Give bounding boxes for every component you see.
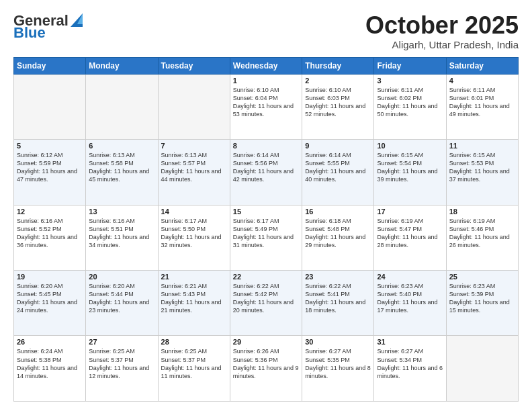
calendar-day-cell: 18Sunrise: 6:19 AMSunset: 5:46 PMDayligh… — [446, 205, 518, 270]
calendar-day-cell: 17Sunrise: 6:19 AMSunset: 5:47 PMDayligh… — [374, 205, 446, 270]
day-info: Sunrise: 6:23 AMSunset: 5:40 PMDaylight:… — [377, 282, 443, 315]
day-info: Sunrise: 6:16 AMSunset: 5:51 PMDaylight:… — [89, 217, 154, 250]
day-number: 17 — [377, 208, 443, 216]
calendar-day-cell: 29Sunrise: 6:26 AMSunset: 5:36 PMDayligh… — [230, 336, 302, 402]
day-number: 10 — [377, 142, 443, 150]
calendar-day-cell: 12Sunrise: 6:16 AMSunset: 5:52 PMDayligh… — [14, 205, 86, 270]
calendar-week-row: 1Sunrise: 6:10 AMSunset: 6:04 PMDaylight… — [14, 74, 519, 139]
day-info: Sunrise: 6:16 AMSunset: 5:52 PMDaylight:… — [17, 217, 83, 250]
calendar-day-cell: 3Sunrise: 6:11 AMSunset: 6:02 PMDaylight… — [374, 74, 446, 139]
month-title: October 2025 — [365, 12, 519, 39]
day-info: Sunrise: 6:14 AMSunset: 5:56 PMDaylight:… — [233, 151, 299, 184]
day-info: Sunrise: 6:27 AMSunset: 5:35 PMDaylight:… — [305, 347, 371, 380]
day-number: 27 — [89, 338, 154, 346]
day-info: Sunrise: 6:13 AMSunset: 5:57 PMDaylight:… — [161, 151, 227, 184]
calendar-day-cell: 16Sunrise: 6:18 AMSunset: 5:48 PMDayligh… — [302, 205, 374, 270]
day-number: 26 — [17, 338, 83, 346]
day-info: Sunrise: 6:12 AMSunset: 5:59 PMDaylight:… — [17, 151, 83, 184]
calendar-day-cell: 24Sunrise: 6:23 AMSunset: 5:40 PMDayligh… — [374, 271, 446, 336]
calendar-header-monday: Monday — [86, 57, 158, 74]
day-number: 23 — [305, 273, 371, 281]
day-number: 21 — [161, 273, 227, 281]
calendar-day-cell — [14, 74, 86, 139]
day-number: 5 — [17, 142, 83, 150]
calendar-day-cell: 11Sunrise: 6:15 AMSunset: 5:53 PMDayligh… — [446, 140, 518, 205]
day-info: Sunrise: 6:24 AMSunset: 5:38 PMDaylight:… — [17, 347, 83, 380]
day-number: 12 — [17, 208, 83, 216]
day-info: Sunrise: 6:26 AMSunset: 5:36 PMDaylight:… — [233, 347, 299, 380]
logo-blue-text: Blue — [13, 24, 46, 42]
day-number: 2 — [305, 77, 371, 85]
header-right: October 2025 Aligarh, Uttar Pradesh, Ind… — [365, 12, 519, 50]
day-info: Sunrise: 6:10 AMSunset: 6:04 PMDaylight:… — [233, 86, 299, 119]
calendar-day-cell: 19Sunrise: 6:20 AMSunset: 5:45 PMDayligh… — [14, 271, 86, 336]
day-info: Sunrise: 6:15 AMSunset: 5:54 PMDaylight:… — [377, 151, 443, 184]
day-info: Sunrise: 6:17 AMSunset: 5:49 PMDaylight:… — [233, 217, 299, 250]
day-number: 22 — [233, 273, 299, 281]
calendar-day-cell: 31Sunrise: 6:27 AMSunset: 5:34 PMDayligh… — [374, 336, 446, 402]
day-info: Sunrise: 6:17 AMSunset: 5:50 PMDaylight:… — [161, 217, 227, 250]
day-info: Sunrise: 6:22 AMSunset: 5:41 PMDaylight:… — [305, 282, 371, 315]
header: General Blue October 2025 Aligarh, Uttar… — [13, 12, 519, 50]
day-number: 14 — [161, 208, 227, 216]
day-number: 9 — [305, 142, 371, 150]
day-number: 8 — [233, 142, 299, 150]
calendar-header-saturday: Saturday — [446, 57, 518, 74]
calendar-day-cell: 27Sunrise: 6:25 AMSunset: 5:37 PMDayligh… — [86, 336, 158, 402]
day-number: 15 — [233, 208, 299, 216]
day-info: Sunrise: 6:25 AMSunset: 5:37 PMDaylight:… — [161, 347, 227, 380]
calendar-day-cell: 9Sunrise: 6:14 AMSunset: 5:55 PMDaylight… — [302, 140, 374, 205]
calendar-day-cell — [158, 74, 230, 139]
day-info: Sunrise: 6:19 AMSunset: 5:46 PMDaylight:… — [449, 217, 515, 250]
location: Aligarh, Uttar Pradesh, India — [365, 39, 519, 50]
calendar-week-row: 12Sunrise: 6:16 AMSunset: 5:52 PMDayligh… — [14, 205, 519, 270]
calendar-header-wednesday: Wednesday — [230, 57, 302, 74]
calendar-day-cell: 5Sunrise: 6:12 AMSunset: 5:59 PMDaylight… — [14, 140, 86, 205]
calendar-day-cell: 21Sunrise: 6:21 AMSunset: 5:43 PMDayligh… — [158, 271, 230, 336]
calendar-day-cell: 10Sunrise: 6:15 AMSunset: 5:54 PMDayligh… — [374, 140, 446, 205]
day-info: Sunrise: 6:21 AMSunset: 5:43 PMDaylight:… — [161, 282, 227, 315]
day-info: Sunrise: 6:18 AMSunset: 5:48 PMDaylight:… — [305, 217, 371, 250]
day-info: Sunrise: 6:20 AMSunset: 5:45 PMDaylight:… — [17, 282, 83, 315]
day-number: 30 — [305, 338, 371, 346]
day-info: Sunrise: 6:11 AMSunset: 6:01 PMDaylight:… — [449, 86, 515, 119]
calendar-header-row: SundayMondayTuesdayWednesdayThursdayFrid… — [14, 57, 519, 74]
day-info: Sunrise: 6:10 AMSunset: 6:03 PMDaylight:… — [305, 86, 371, 119]
calendar-day-cell: 1Sunrise: 6:10 AMSunset: 6:04 PMDaylight… — [230, 74, 302, 139]
day-number: 7 — [161, 142, 227, 150]
calendar-header-thursday: Thursday — [302, 57, 374, 74]
day-number: 18 — [449, 208, 515, 216]
day-number: 19 — [17, 273, 83, 281]
calendar-day-cell: 22Sunrise: 6:22 AMSunset: 5:42 PMDayligh… — [230, 271, 302, 336]
day-info: Sunrise: 6:27 AMSunset: 5:34 PMDaylight:… — [377, 347, 443, 380]
day-number: 1 — [233, 77, 299, 85]
day-number: 28 — [161, 338, 227, 346]
page: General Blue October 2025 Aligarh, Uttar… — [0, 0, 532, 411]
day-info: Sunrise: 6:13 AMSunset: 5:58 PMDaylight:… — [89, 151, 154, 184]
calendar-day-cell: 7Sunrise: 6:13 AMSunset: 5:57 PMDaylight… — [158, 140, 230, 205]
calendar-header-sunday: Sunday — [14, 57, 86, 74]
day-number: 29 — [233, 338, 299, 346]
day-number: 4 — [449, 77, 515, 85]
day-info: Sunrise: 6:23 AMSunset: 5:39 PMDaylight:… — [449, 282, 515, 315]
calendar-day-cell: 4Sunrise: 6:11 AMSunset: 6:01 PMDaylight… — [446, 74, 518, 139]
calendar-day-cell: 13Sunrise: 6:16 AMSunset: 5:51 PMDayligh… — [86, 205, 158, 270]
day-number: 11 — [449, 142, 515, 150]
calendar-week-row: 5Sunrise: 6:12 AMSunset: 5:59 PMDaylight… — [14, 140, 519, 205]
calendar-day-cell: 20Sunrise: 6:20 AMSunset: 5:44 PMDayligh… — [86, 271, 158, 336]
calendar-header-tuesday: Tuesday — [158, 57, 230, 74]
logo: General Blue — [13, 12, 84, 42]
day-number: 16 — [305, 208, 371, 216]
day-info: Sunrise: 6:25 AMSunset: 5:37 PMDaylight:… — [89, 347, 154, 380]
day-number: 20 — [89, 273, 154, 281]
calendar-day-cell: 8Sunrise: 6:14 AMSunset: 5:56 PMDaylight… — [230, 140, 302, 205]
calendar-day-cell: 23Sunrise: 6:22 AMSunset: 5:41 PMDayligh… — [302, 271, 374, 336]
calendar-day-cell — [446, 336, 518, 402]
calendar-day-cell: 15Sunrise: 6:17 AMSunset: 5:49 PMDayligh… — [230, 205, 302, 270]
day-number: 25 — [449, 273, 515, 281]
calendar-day-cell: 28Sunrise: 6:25 AMSunset: 5:37 PMDayligh… — [158, 336, 230, 402]
day-number: 31 — [377, 338, 443, 346]
calendar-day-cell — [86, 74, 158, 139]
calendar-day-cell: 30Sunrise: 6:27 AMSunset: 5:35 PMDayligh… — [302, 336, 374, 402]
calendar-day-cell: 14Sunrise: 6:17 AMSunset: 5:50 PMDayligh… — [158, 205, 230, 270]
